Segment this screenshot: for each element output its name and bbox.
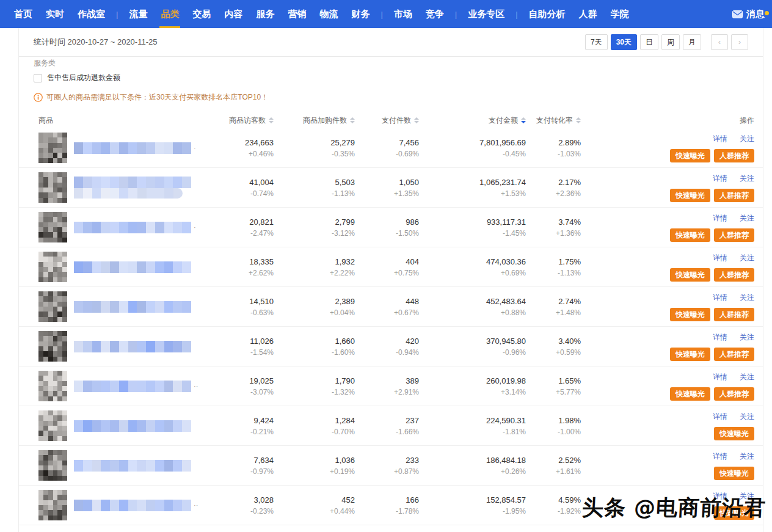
detail-link[interactable]: 详情 (713, 134, 727, 144)
sort-carets-icon[interactable] (269, 117, 274, 123)
quick-expose-button[interactable]: 快速曝光 (670, 228, 710, 242)
follow-link[interactable]: 关注 (740, 293, 754, 303)
detail-link[interactable]: 详情 (713, 293, 727, 303)
pay_amount-change: -1.95% (503, 507, 526, 516)
detail-link[interactable]: 详情 (713, 451, 727, 462)
nav-item-内容[interactable]: 内容 (217, 0, 249, 28)
follow-link[interactable]: 关注 (740, 173, 754, 184)
nav-item-流量[interactable]: 流量 (122, 0, 154, 28)
product-thumbnail (38, 133, 67, 163)
range-button-周[interactable]: 周 (661, 34, 680, 50)
follow-link[interactable]: 关注 (740, 213, 754, 224)
quick-expose-button[interactable]: 快速曝光 (670, 387, 710, 401)
detail-link[interactable]: 详情 (713, 173, 727, 184)
nav-item-实时[interactable]: 实时 (39, 0, 71, 28)
prev-period-button[interactable]: ‹ (711, 34, 728, 50)
refund-filter-row: 售中售后成功退款金额 (34, 73, 748, 83)
nav-item-业务专区[interactable]: 业务专区 (461, 0, 511, 28)
crowd-recommend-button[interactable]: 人群推荐 (714, 308, 754, 321)
nav-item-学院[interactable]: 学院 (604, 0, 636, 28)
service-group-label: 服务类 (34, 58, 56, 68)
range-button-日[interactable]: 日 (640, 34, 658, 50)
sort-carets-icon[interactable] (576, 117, 581, 123)
range-button-月[interactable]: 月 (683, 34, 701, 50)
detail-link[interactable]: 详情 (713, 491, 727, 501)
detail-link[interactable]: 详情 (713, 253, 727, 263)
column-header-商品访客数[interactable]: 商品访客数 (203, 115, 274, 126)
name-ellipsis: ·· (194, 501, 198, 509)
nav-item-营销[interactable]: 营销 (281, 0, 313, 28)
column-header-支付件数[interactable]: 支付件数 (355, 115, 419, 126)
pay_count-cell: 166-1.78% (355, 495, 419, 516)
product-cell[interactable] (38, 172, 203, 203)
nav-item-首页[interactable]: 首页 (7, 0, 39, 28)
cart-value: 2,389 (335, 297, 355, 306)
nav-item-财务[interactable]: 财务 (344, 0, 376, 28)
quick-expose-button[interactable]: 快速曝光 (714, 506, 754, 520)
crowd-recommend-button[interactable]: 人群推荐 (714, 228, 754, 242)
quick-expose-button[interactable]: 快速曝光 (670, 189, 710, 202)
crowd-recommend-button[interactable]: 人群推荐 (714, 268, 754, 282)
crowd-recommend-button[interactable]: 人群推荐 (714, 387, 754, 401)
product-cell[interactable] (38, 291, 203, 322)
follow-link[interactable]: 关注 (740, 372, 754, 382)
detail-link[interactable]: 详情 (713, 332, 727, 343)
product-cell[interactable] (38, 252, 203, 282)
quick-expose-button[interactable]: 快速曝光 (670, 348, 710, 361)
sort-carets-icon[interactable] (350, 117, 355, 123)
nav-item-交易[interactable]: 交易 (186, 0, 217, 28)
column-header-商品加购件数[interactable]: 商品加购件数 (274, 115, 355, 126)
crowd-recommend-button[interactable]: 人群推荐 (714, 348, 754, 361)
refund-amount-checkbox[interactable] (34, 74, 42, 82)
quick-expose-button[interactable]: 快速曝光 (670, 308, 710, 321)
follow-link[interactable]: 关注 (740, 451, 754, 462)
follow-link[interactable]: 关注 (740, 134, 754, 144)
sort-carets-icon[interactable] (521, 117, 526, 123)
detail-link[interactable]: 详情 (713, 372, 727, 382)
follow-link[interactable]: 关注 (740, 491, 754, 501)
crowd-recommend-button[interactable]: 人群推荐 (714, 149, 754, 162)
conv-cell: 2.89%-1.03% (526, 138, 581, 158)
follow-link[interactable]: 关注 (740, 253, 754, 263)
column-label: 商品访客数 (229, 115, 266, 126)
product-cell[interactable] (38, 450, 203, 481)
nav-item-服务[interactable]: 服务 (249, 0, 281, 28)
nav-item-竞争[interactable]: 竞争 (419, 0, 451, 28)
nav-item-人群[interactable]: 人群 (572, 0, 604, 28)
product-cell[interactable] (38, 331, 203, 362)
detail-link[interactable]: 详情 (713, 213, 727, 224)
quick-expose-button[interactable]: 快速曝光 (670, 149, 710, 162)
nav-item-物流[interactable]: 物流 (313, 0, 344, 28)
crowd-recommend-button[interactable]: 人群推荐 (714, 189, 754, 202)
product-cell[interactable] (38, 410, 203, 441)
messages-button[interactable]: 消息 (732, 9, 766, 20)
column-header-支付金额[interactable]: 支付金额 (419, 115, 526, 126)
product-cell[interactable]: · (38, 212, 203, 242)
product-cell[interactable]: ·· (38, 371, 203, 401)
messages-label: 消息 (746, 9, 765, 20)
visitors-change: -0.21% (250, 428, 274, 436)
column-header-支付转化率[interactable]: 支付转化率 (526, 115, 581, 126)
detail-link[interactable]: 详情 (713, 412, 727, 422)
product-cell[interactable]: · (38, 133, 203, 163)
quick-expose-button[interactable]: 快速曝光 (714, 467, 754, 480)
nav-item-市场[interactable]: 市场 (387, 0, 419, 28)
table-row: 9,424-0.21%1,284-0.70%237-1.66%224,590.3… (19, 406, 763, 446)
quick-expose-button[interactable]: 快速曝光 (670, 268, 710, 282)
range-button-7天[interactable]: 7天 (585, 34, 608, 50)
follow-link[interactable]: 关注 (740, 332, 754, 343)
sort-carets-icon[interactable] (414, 117, 419, 123)
nav-item-品类[interactable]: 品类 (154, 0, 186, 28)
nav-item-作战室[interactable]: 作战室 (71, 0, 112, 28)
follow-link[interactable]: 关注 (740, 412, 754, 422)
range-button-30天[interactable]: 30天 (611, 34, 637, 50)
table-row: 11,026-1.54%1,660-1.60%420-0.94%370,945.… (19, 327, 763, 366)
pay_count-value: 233 (406, 456, 419, 465)
nav-item-自助分析[interactable]: 自助分析 (522, 0, 572, 28)
pay_amount-cell: 224,590.31-1.81% (419, 416, 526, 436)
product-cell[interactable]: ·· (38, 490, 203, 520)
product-name-censored (74, 261, 191, 273)
next-period-button[interactable]: › (731, 34, 748, 50)
pay_amount-change: +3.14% (501, 388, 526, 396)
quick-expose-button[interactable]: 快速曝光 (714, 427, 754, 440)
